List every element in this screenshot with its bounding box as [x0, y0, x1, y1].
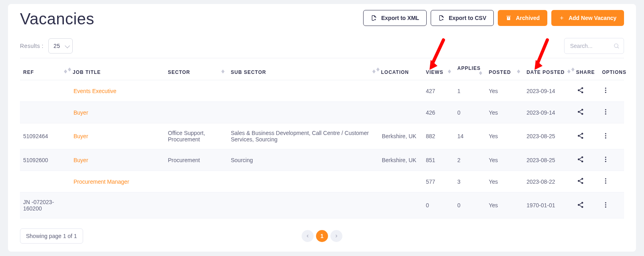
search-box[interactable]	[564, 38, 624, 54]
svg-point-23	[605, 159, 606, 160]
table-row: Procurement Manager5773Yes2023-08-22	[20, 171, 624, 192]
job-title-link[interactable]: Buyer	[74, 109, 88, 116]
sort-icon	[376, 67, 380, 71]
prev-page-button[interactable]	[302, 230, 314, 242]
svg-point-33	[581, 206, 583, 208]
options-icon[interactable]	[602, 158, 609, 164]
cell-share	[574, 80, 599, 102]
cell-applies: 1	[454, 80, 486, 102]
cell-sector	[165, 171, 227, 192]
options-icon[interactable]	[602, 110, 609, 117]
cell-sector: Office Support, Procurement	[165, 123, 227, 149]
col-sub-sector[interactable]: SUB SECTOR	[228, 58, 379, 80]
file-export-icon	[371, 15, 377, 21]
file-export-icon	[438, 15, 445, 21]
page-number-button[interactable]: 1	[316, 230, 328, 242]
col-sector[interactable]: SECTOR	[165, 58, 227, 80]
svg-point-0	[614, 44, 618, 48]
button-label: Export to CSV	[449, 15, 486, 21]
options-icon[interactable]	[602, 203, 609, 210]
cell-ref	[20, 102, 70, 123]
cell-applies: 3	[454, 171, 486, 192]
cell-views: 426	[423, 102, 454, 123]
cell-views: 427	[423, 80, 454, 102]
table-row: JN -072023-16020000Yes1970-01-01	[20, 192, 624, 218]
col-posted[interactable]: POSTED	[485, 58, 523, 80]
cell-location: Berkshire, UK	[379, 123, 423, 149]
share-icon[interactable]	[577, 203, 584, 210]
col-date-posted[interactable]: DATE POSTED	[523, 58, 574, 80]
job-title-link[interactable]: Events Executive	[74, 88, 116, 94]
results-per-page: Results : 25	[20, 38, 73, 54]
cell-views: 577	[423, 171, 454, 192]
col-ref[interactable]: REF	[20, 58, 70, 80]
svg-point-4	[605, 87, 606, 89]
options-icon[interactable]	[602, 89, 609, 95]
col-applies[interactable]: APPLIES	[454, 58, 486, 80]
next-page-button[interactable]	[330, 230, 342, 242]
cell-posted: Yes	[485, 123, 523, 149]
cell-sector: Procurement	[165, 149, 227, 171]
table-wrapper: REF JOB TITLE SECTOR SUB SECTOR LOCATION…	[20, 58, 624, 218]
search-input[interactable]	[569, 42, 611, 50]
col-label: SECTOR	[168, 69, 190, 75]
svg-point-17	[605, 135, 606, 136]
svg-point-25	[581, 178, 583, 180]
vacancies-card: Vacancies Export to XML Export to CSV Ar…	[8, 4, 636, 252]
svg-point-24	[605, 161, 606, 162]
export-xml-button[interactable]: Export to XML	[363, 10, 427, 26]
cell-date: 2023-08-25	[523, 149, 574, 171]
svg-point-3	[581, 91, 583, 93]
col-label: APPLIES	[457, 65, 481, 71]
controls-bar: Results : 25	[8, 28, 636, 58]
col-location[interactable]: LOCATION	[379, 58, 423, 80]
cell-sub-sector	[228, 192, 379, 218]
svg-point-36	[605, 206, 606, 207]
cell-options	[599, 102, 624, 123]
col-views[interactable]: VIEWS	[423, 58, 454, 80]
add-vacancy-button[interactable]: Add New Vacancy	[551, 10, 624, 26]
sort-icon	[567, 69, 570, 73]
col-job-title[interactable]: JOB TITLE	[70, 58, 165, 80]
sort-icon	[221, 69, 225, 73]
results-select[interactable]: 25	[48, 38, 73, 54]
col-label: OPTIONS	[602, 69, 626, 75]
archived-button[interactable]: Archived	[498, 10, 547, 26]
cell-views: 882	[423, 123, 454, 149]
svg-point-15	[581, 137, 583, 139]
share-icon[interactable]	[577, 158, 584, 164]
cell-title: Buyer	[70, 102, 165, 123]
sort-icon	[571, 67, 574, 71]
job-title-link[interactable]: Buyer	[74, 133, 88, 139]
options-icon[interactable]	[602, 134, 609, 141]
vacancies-table: REF JOB TITLE SECTOR SUB SECTOR LOCATION…	[20, 58, 624, 218]
svg-point-27	[581, 182, 583, 184]
cell-date: 1970-01-01	[523, 192, 574, 218]
cell-applies: 0	[454, 192, 486, 218]
svg-point-22	[605, 157, 606, 158]
share-icon[interactable]	[577, 134, 584, 141]
svg-point-28	[605, 178, 606, 179]
share-icon[interactable]	[577, 89, 584, 95]
cell-sub-sector	[228, 80, 379, 102]
svg-point-31	[581, 202, 583, 204]
table-head: REF JOB TITLE SECTOR SUB SECTOR LOCATION…	[20, 58, 624, 80]
table-row: Buyer4260Yes2023-09-14	[20, 102, 624, 123]
job-title-link[interactable]: Buyer	[74, 157, 88, 163]
archive-icon	[505, 15, 512, 21]
cell-views: 851	[423, 149, 454, 171]
svg-point-14	[578, 135, 580, 137]
export-csv-button[interactable]: Export to CSV	[431, 10, 494, 26]
options-icon[interactable]	[602, 179, 609, 186]
cell-ref: 51092600	[20, 149, 70, 171]
cell-sub-sector	[228, 171, 379, 192]
page-title: Vacancies	[20, 10, 94, 28]
share-icon[interactable]	[577, 110, 584, 117]
job-title-link[interactable]: Procurement Manager	[74, 179, 129, 185]
cell-date: 2023-09-14	[523, 102, 574, 123]
cell-views: 0	[423, 192, 454, 218]
share-icon[interactable]	[577, 179, 584, 186]
cell-applies: 2	[454, 149, 486, 171]
col-share: SHARE	[574, 58, 599, 80]
col-label: REF	[23, 69, 34, 75]
